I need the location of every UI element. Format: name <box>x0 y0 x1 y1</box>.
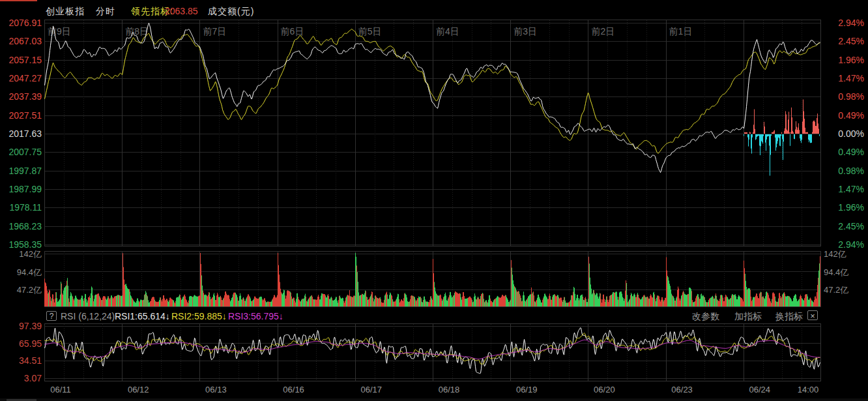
date-label: 06/18 <box>439 385 460 394</box>
date-label: 06/13 <box>205 385 227 394</box>
pct-label: 0.98% <box>826 91 864 102</box>
horizontal-scrollbar[interactable] <box>0 398 868 401</box>
date-label: 06/23 <box>671 385 693 394</box>
symbol-name[interactable]: 创业板指 <box>46 6 85 18</box>
help-icon[interactable]: ? <box>46 311 57 321</box>
date-label: 06/16 <box>283 385 304 394</box>
volume-label: 47.2亿 <box>1 284 42 296</box>
price-label: 2007.75 <box>1 147 42 157</box>
rsi-axis-label: 65.95 <box>1 338 42 349</box>
pct-label: 0.49% <box>826 110 864 121</box>
pct-label: 2.94% <box>826 18 864 28</box>
rsi-axis-label: 34.51 <box>1 355 42 366</box>
leading-indicator-value: 2063.85 <box>165 6 198 16</box>
volume-label: 94.4亿 <box>824 267 848 278</box>
price-label: 2047.27 <box>1 73 42 83</box>
date-label: 06/17 <box>361 385 383 394</box>
volume-label: 142亿 <box>824 248 846 260</box>
main-chart-canvas[interactable] <box>44 20 821 246</box>
price-label: 2067.03 <box>1 36 42 46</box>
volume-label: 142亿 <box>1 248 42 260</box>
pct-label: 1.96% <box>826 55 864 65</box>
date-label: 06/11 <box>50 385 71 394</box>
rsi-indicator-title[interactable]: RSI (6,12,24) <box>61 311 115 321</box>
rsi-axis-label: 97.39 <box>1 321 42 331</box>
price-label: 1978.11 <box>1 202 42 213</box>
price-label: 2037.39 <box>1 91 42 102</box>
rsi-axis-label: 3.07 <box>1 373 42 383</box>
rsi-chart-canvas[interactable] <box>44 323 821 381</box>
pct-label: 0.49% <box>826 147 864 157</box>
pct-label: 2.45% <box>826 36 864 46</box>
rsi3-value: RSI3:56.795↓ <box>228 311 283 321</box>
rsi2-value: RSI2:59.885↓ <box>171 311 227 321</box>
add-indicator-button[interactable]: 加指标 <box>734 311 762 323</box>
pct-label: 0.00% <box>826 128 864 139</box>
volume-label: 47.2亿 <box>824 284 848 296</box>
switch-indicator-button[interactable]: 换指标 <box>775 311 803 323</box>
top-accent-strip <box>0 0 37 1</box>
pct-label: 1.96% <box>826 202 864 213</box>
rsi1-value: RSI1:65.614↓ <box>115 311 170 321</box>
trading-app-window: 创业板指 分时 领先指标: 2063.85 成交额(元) 2076.912067… <box>0 0 868 401</box>
date-label: 06/19 <box>516 385 538 394</box>
volume-label: 94.4亿 <box>1 267 42 278</box>
date-label: 06/20 <box>594 385 615 394</box>
pct-label: 2.45% <box>826 221 864 231</box>
date-label: 06/12 <box>128 385 149 394</box>
price-label: 1968.23 <box>1 221 42 231</box>
price-label: 2017.63 <box>1 128 42 139</box>
turnover-label: 成交额(元) <box>208 6 254 18</box>
price-label: 2057.15 <box>1 55 42 65</box>
price-label: 2027.51 <box>1 110 42 121</box>
date-label: 06/24 <box>749 385 771 394</box>
change-params-button[interactable]: 改参数 <box>692 311 719 323</box>
price-label: 2076.91 <box>1 18 42 28</box>
price-label: 1987.99 <box>1 184 42 194</box>
price-label: 1997.87 <box>1 166 42 176</box>
volume-chart-canvas[interactable] <box>44 251 821 307</box>
date-label: 14:00 <box>798 385 819 394</box>
pct-label: 0.98% <box>826 166 864 176</box>
close-icon[interactable]: × <box>807 310 818 320</box>
pct-label: 1.47% <box>826 184 864 194</box>
chart-mode-tab[interactable]: 分时 <box>96 6 115 18</box>
pct-label: 1.47% <box>826 73 864 83</box>
